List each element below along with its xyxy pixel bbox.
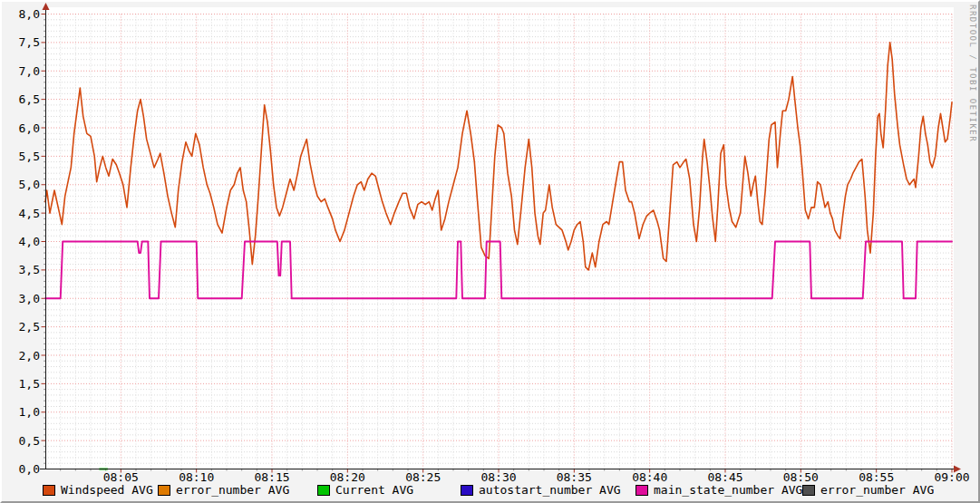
- svg-text:09:00: 09:00: [934, 470, 969, 484]
- legend-label: Windspeed AVG: [61, 483, 153, 497]
- x-axis-labels: 08:0508:1008:1508:2008:2508:3008:3508:40…: [103, 470, 970, 484]
- svg-text:4,0: 4,0: [19, 235, 40, 248]
- svg-text:08:05: 08:05: [103, 470, 139, 484]
- svg-text:0,0: 0,0: [19, 462, 40, 476]
- chart-legend: Windspeed AVGerror_number AVGCurrent AVG…: [2, 483, 978, 499]
- svg-text:3,0: 3,0: [19, 292, 40, 305]
- svg-text:2,0: 2,0: [19, 349, 40, 363]
- svg-text:08:50: 08:50: [783, 470, 819, 484]
- svg-text:4,5: 4,5: [19, 207, 40, 220]
- svg-text:1,0: 1,0: [19, 405, 40, 419]
- chart-canvas: 0,00,51,01,52,02,53,03,54,04,55,05,56,06…: [2, 2, 978, 501]
- legend-label: main_state_number AVG: [654, 483, 802, 497]
- legend-swatch: [461, 485, 473, 496]
- legend-label: error_number AVG: [176, 483, 289, 497]
- legend-item-windspeed-avg: Windspeed AVG: [43, 483, 153, 497]
- legend-label: autostart_number AVG: [479, 483, 621, 497]
- rrdtool-graph: 0,00,51,01,52,02,53,03,54,04,55,05,56,06…: [0, 0, 980, 503]
- legend-swatch: [43, 485, 55, 496]
- svg-text:08:45: 08:45: [707, 470, 742, 484]
- svg-text:7,5: 7,5: [19, 35, 40, 49]
- svg-text:3,5: 3,5: [19, 263, 40, 276]
- svg-text:08:25: 08:25: [405, 470, 441, 484]
- legend-swatch: [317, 485, 330, 496]
- svg-text:08:10: 08:10: [179, 470, 214, 484]
- legend-item-autostart-number-avg: autostart_number AVG: [461, 483, 621, 497]
- svg-text:7,0: 7,0: [19, 64, 40, 78]
- legend-swatch: [636, 485, 648, 496]
- legend-item-main-state-number-avg: main_state_number AVG: [636, 483, 802, 497]
- legend-swatch: [802, 485, 815, 496]
- legend-item-error-number-avg: error_number AVG: [158, 483, 289, 497]
- svg-text:8,0: 8,0: [19, 7, 40, 21]
- svg-text:08:15: 08:15: [254, 470, 289, 484]
- svg-text:1,5: 1,5: [19, 377, 40, 391]
- svg-text:5,5: 5,5: [19, 150, 40, 163]
- svg-text:08:40: 08:40: [632, 470, 667, 484]
- svg-text:6,5: 6,5: [19, 92, 40, 106]
- svg-text:08:55: 08:55: [859, 470, 894, 484]
- svg-text:0,5: 0,5: [19, 434, 40, 448]
- legend-swatch: [158, 485, 170, 496]
- legend-item-error-number-avg: error_number AVG: [802, 483, 934, 497]
- svg-text:2,5: 2,5: [19, 320, 40, 334]
- rrdtool-watermark: RRDTOOL / TOBI OETIKER: [968, 5, 977, 142]
- legend-item-current-avg: Current AVG: [317, 483, 413, 497]
- svg-text:5,0: 5,0: [19, 178, 40, 191]
- y-axis-arrow: [43, 3, 50, 10]
- legend-label: error_number AVG: [820, 483, 934, 497]
- svg-text:08:30: 08:30: [480, 470, 516, 484]
- legend-label: Current AVG: [335, 483, 413, 497]
- svg-text:08:20: 08:20: [330, 470, 365, 484]
- y-axis-labels: 0,00,51,01,52,02,53,03,54,04,55,05,56,06…: [19, 7, 40, 476]
- svg-text:6,0: 6,0: [19, 121, 40, 135]
- svg-text:08:35: 08:35: [557, 470, 592, 484]
